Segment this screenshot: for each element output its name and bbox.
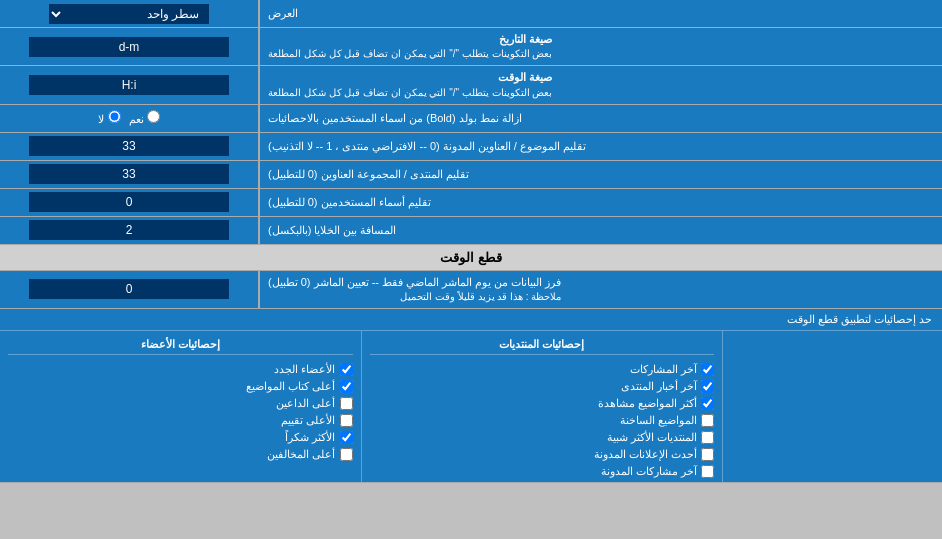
list-item: آخر أخبار المنتدى xyxy=(370,380,715,393)
list-item: الأعضاء الجدد xyxy=(8,363,353,376)
cb-new-members[interactable] xyxy=(340,363,353,376)
realtime-filter-value xyxy=(0,271,260,308)
cell-padding-value xyxy=(0,217,260,244)
username-trim-label: تقليم أسماء المستخدمين (0 للتطبيل) xyxy=(260,189,942,216)
forum-order-value xyxy=(0,161,260,188)
topic-order-input[interactable] xyxy=(29,136,229,156)
cb-latest-announcements[interactable] xyxy=(701,448,714,461)
bold-remove-options: نعم لا xyxy=(0,105,260,132)
bold-yes-radio[interactable] xyxy=(147,110,160,123)
date-format-value xyxy=(0,28,260,65)
stats-limit-label: حد إحصائيات لتطبيق قطع الوقت xyxy=(0,309,942,331)
cell-padding-input[interactable] xyxy=(29,220,229,240)
bold-remove-label: ازالة نمط بولد (Bold) من اسماء المستخدمي… xyxy=(260,105,942,132)
time-format-value xyxy=(0,66,260,103)
list-item: أعلى كتاب المواضيع xyxy=(8,380,353,393)
list-item: آخر المشاركات xyxy=(370,363,715,376)
cb-most-viewed[interactable] xyxy=(701,397,714,410)
member-stats-col: إحصائيات الأعضاء الأعضاء الجدد أعلى كتاب… xyxy=(0,331,361,482)
forum-order-input[interactable] xyxy=(29,164,229,184)
checkboxes-container: إحصائيات المنتديات آخر المشاركات آخر أخب… xyxy=(0,331,942,482)
list-item: الأكثر شكراً xyxy=(8,431,353,444)
bold-yes-label[interactable]: نعم xyxy=(129,110,160,126)
time-format-input[interactable] xyxy=(29,75,229,95)
realtime-filter-input[interactable] xyxy=(29,279,229,299)
col-divider xyxy=(361,331,362,482)
empty-col xyxy=(722,331,942,482)
forum-order-label: تقليم المنتدى / المجموعة العناوين (0 للت… xyxy=(260,161,942,188)
bold-no-radio[interactable] xyxy=(108,110,121,123)
realtime-section-header: قطع الوقت xyxy=(0,245,942,271)
cb-top-rated[interactable] xyxy=(340,414,353,427)
topic-order-value xyxy=(0,133,260,160)
cb-latest-blog-posts[interactable] xyxy=(701,465,714,478)
member-stats-header: إحصائيات الأعضاء xyxy=(8,335,353,355)
forum-stats-col: إحصائيات المنتديات آخر المشاركات آخر أخب… xyxy=(362,331,723,482)
display-label: العرض xyxy=(260,0,942,27)
cb-most-forums[interactable] xyxy=(701,431,714,444)
list-item: أكثر المواضيع مشاهدة xyxy=(370,397,715,410)
realtime-filter-label: فرز البيانات من يوم الماشر الماضي فقط --… xyxy=(260,271,942,308)
list-item: المواضيع الساخنة xyxy=(370,414,715,427)
list-item: الأعلى تقييم xyxy=(8,414,353,427)
list-item: أحدث الإعلانات المدونة xyxy=(370,448,715,461)
date-format-label: صيغة التاريخ بعض التكوينات يتطلب "/" الت… xyxy=(260,28,942,65)
username-trim-input[interactable] xyxy=(29,192,229,212)
forum-stats-header: إحصائيات المنتديات xyxy=(370,335,715,355)
list-item: أعلى الداعين xyxy=(8,397,353,410)
display-select-container: سطر واحد xyxy=(0,0,260,27)
username-trim-value xyxy=(0,189,260,216)
date-format-input[interactable] xyxy=(29,37,229,57)
list-item: آخر مشاركات المدونة xyxy=(370,465,715,478)
cb-most-thanked[interactable] xyxy=(340,431,353,444)
cb-forum-news[interactable] xyxy=(701,380,714,393)
list-item: أعلى المخالفين xyxy=(8,448,353,461)
cb-top-invited[interactable] xyxy=(340,397,353,410)
bold-no-label[interactable]: لا xyxy=(98,110,120,126)
cb-top-violators[interactable] xyxy=(340,448,353,461)
time-format-label: صيغة الوقت بعض التكوينات يتطلب "/" التي … xyxy=(260,66,942,103)
cb-latest-posts[interactable] xyxy=(701,363,714,376)
topic-order-label: تقليم الموضوع / العناوين المدونة (0 -- ا… xyxy=(260,133,942,160)
list-item: المنتديات الأكثر شبية xyxy=(370,431,715,444)
display-select[interactable]: سطر واحد xyxy=(49,4,209,24)
cb-top-writers[interactable] xyxy=(340,380,353,393)
cell-padding-label: المسافة بين الخلايا (بالبكسل) xyxy=(260,217,942,244)
cb-hot-topics[interactable] xyxy=(701,414,714,427)
